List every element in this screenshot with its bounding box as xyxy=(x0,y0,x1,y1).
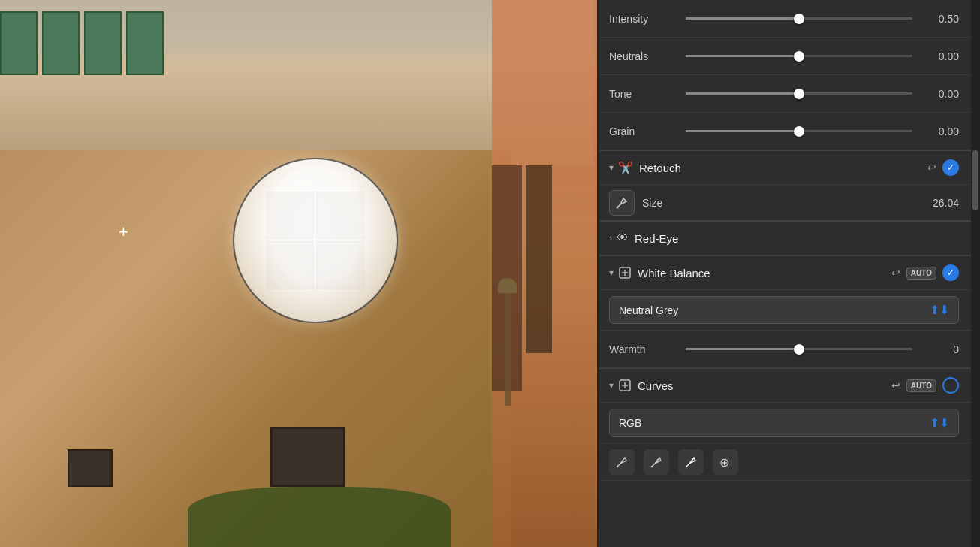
wb-check-icon: ✓ xyxy=(947,267,954,278)
photo-canvas[interactable]: + xyxy=(0,0,597,547)
wb-title: White Balance xyxy=(638,267,891,280)
grain-thumb[interactable] xyxy=(794,126,804,137)
wb-dropdown-arrow: ⬆⬇ xyxy=(930,303,949,317)
svg-text:⊕: ⊕ xyxy=(719,456,729,469)
curves-enabled-toggle[interactable] xyxy=(942,377,959,394)
retouch-enabled-toggle[interactable]: ✓ xyxy=(942,159,959,176)
red-eye-section-header[interactable]: › 👁 Red-Eye xyxy=(597,221,971,255)
neutrals-row: Neutrals 0.00 xyxy=(597,38,971,75)
size-label: Size xyxy=(642,197,925,209)
curves-section-header[interactable]: ▾ Curves ↩ AUTO xyxy=(597,368,971,403)
neutrals-label: Neutrals xyxy=(609,50,677,62)
tone-fill xyxy=(686,92,799,95)
wb-undo-button[interactable]: ↩ xyxy=(891,267,900,278)
curves-actions: ↩ AUTO xyxy=(891,377,959,394)
warmth-row: Warmth 0 xyxy=(597,331,971,368)
white-balance-section-header[interactable]: ▾ White Balance ↩ AUTO ✓ xyxy=(597,255,971,290)
curves-add-point-tool[interactable]: ⊕ xyxy=(713,449,738,475)
curves-title: Curves xyxy=(638,379,891,392)
curves-dropdown-arrow: ⬆⬇ xyxy=(930,416,949,430)
tone-label: Tone xyxy=(609,88,677,100)
panel-divider xyxy=(597,0,599,547)
wb-preset-row: Neutral Grey ⬆⬇ xyxy=(597,290,971,331)
check-icon: ✓ xyxy=(947,162,954,173)
svg-point-3 xyxy=(617,465,618,467)
grain-value: 0.00 xyxy=(921,125,959,138)
curves-shadow-tool[interactable] xyxy=(609,449,635,475)
wb-enabled-toggle[interactable]: ✓ xyxy=(942,264,959,281)
panel-scroll-content[interactable]: Intensity 0.50 Neutrals 0.00 Tone 0.00 xyxy=(597,0,971,547)
retouch-window-reflection xyxy=(267,192,364,289)
grain-row: Grain 0.00 xyxy=(597,113,971,150)
curves-midtone-tool[interactable] xyxy=(644,449,669,475)
warmth-label: Warmth xyxy=(609,343,677,355)
curves-channel-value: RGB xyxy=(619,417,641,429)
svg-point-0 xyxy=(617,206,619,208)
wb-preset-dropdown[interactable]: Neutral Grey ⬆⬇ xyxy=(609,296,959,324)
warmth-fill xyxy=(686,348,799,350)
wb-auto-badge[interactable]: AUTO xyxy=(906,267,936,280)
panel-scrollbar-thumb[interactable] xyxy=(972,150,978,210)
neutrals-thumb[interactable] xyxy=(794,51,804,62)
warmth-thumb[interactable] xyxy=(794,344,804,355)
retouch-undo-button[interactable]: ↩ xyxy=(927,162,936,173)
neutrals-value: 0.00 xyxy=(921,50,959,62)
curves-channel-dropdown[interactable]: RGB ⬆⬇ xyxy=(609,409,959,437)
grain-slider[interactable] xyxy=(686,130,912,132)
curves-tools-row: ⊕ xyxy=(597,443,971,481)
retouch-chevron[interactable]: ▾ xyxy=(609,162,614,173)
retouch-icon: ✂️ xyxy=(618,161,633,175)
right-panel: Intensity 0.50 Neutrals 0.00 Tone 0.00 xyxy=(597,0,980,547)
curves-highlight-tool[interactable] xyxy=(678,449,704,475)
retouch-size-row: Size 26.04 xyxy=(597,185,971,221)
red-eye-title: Red-Eye xyxy=(635,232,959,245)
intensity-label: Intensity xyxy=(609,13,677,25)
intensity-thumb[interactable] xyxy=(794,14,804,24)
retouch-title: Retouch xyxy=(639,162,927,174)
curves-chevron[interactable]: ▾ xyxy=(609,380,614,391)
neutrals-fill xyxy=(686,55,799,57)
curves-undo-button[interactable]: ↩ xyxy=(891,380,900,391)
grain-fill xyxy=(686,130,799,132)
size-value: 26.04 xyxy=(933,197,959,209)
red-eye-chevron[interactable]: › xyxy=(609,233,612,243)
tone-thumb[interactable] xyxy=(794,89,804,99)
wb-chevron[interactable]: ▾ xyxy=(609,267,614,278)
curves-icon xyxy=(618,379,632,392)
grain-label: Grain xyxy=(609,125,677,138)
intensity-fill xyxy=(686,17,799,20)
tone-row: Tone 0.00 xyxy=(597,75,971,113)
tone-value: 0.00 xyxy=(921,88,959,100)
svg-point-4 xyxy=(651,465,653,467)
warmth-value: 0 xyxy=(921,343,959,355)
svg-point-5 xyxy=(686,465,687,467)
intensity-row: Intensity 0.50 xyxy=(597,0,971,38)
wb-icon xyxy=(618,266,632,280)
panel-scrollbar[interactable] xyxy=(971,0,980,547)
red-eye-icon: 👁 xyxy=(617,231,629,245)
intensity-slider[interactable] xyxy=(686,17,912,20)
curves-auto-badge[interactable]: AUTO xyxy=(906,379,936,392)
neutrals-slider[interactable] xyxy=(686,55,912,57)
wb-actions: ↩ AUTO ✓ xyxy=(891,264,959,281)
wb-preset-value: Neutral Grey xyxy=(619,304,678,316)
crosshair-cursor: + xyxy=(119,224,134,239)
retouch-actions: ↩ ✓ xyxy=(927,159,959,176)
curves-channel-row: RGB ⬆⬇ xyxy=(597,403,971,443)
warmth-slider[interactable] xyxy=(686,348,912,350)
retouch-tool-button[interactable] xyxy=(609,190,635,216)
intensity-value: 0.50 xyxy=(921,13,959,25)
tone-slider[interactable] xyxy=(686,92,912,95)
retouch-brush-overlay xyxy=(233,158,398,323)
retouch-section-header[interactable]: ▾ ✂️ Retouch ↩ ✓ xyxy=(597,150,971,185)
